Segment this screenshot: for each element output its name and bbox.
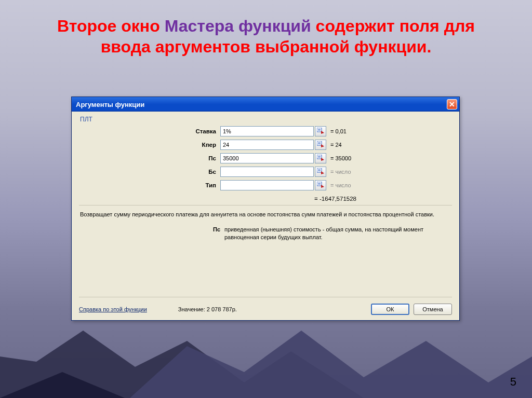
argument-row: Тип= число [79,180,452,190]
slide: Второе окно Мастера функций содержит пол… [0,0,532,398]
argument-label: Тип [79,182,220,188]
argument-row: Пс= 35000 [79,153,452,163]
dialog-body: ПЛТ Ставка= 0,01Кпер= 24Пс= 35000Бс= чис… [72,112,459,320]
argument-label: Бс [79,169,220,175]
value-text: Значение: 2 078 787р. [178,306,367,312]
svg-marker-19 [321,185,324,188]
help-link[interactable]: Справка по этой функции [79,306,147,312]
heading-pre: Второе окно [57,17,165,35]
svg-rect-16 [317,182,322,186]
svg-marker-20 [0,331,364,398]
overall-result: = -1647,571528 [79,194,452,205]
range-selector-icon [317,182,324,189]
svg-rect-8 [317,155,322,159]
ok-button[interactable]: ОК [371,304,409,315]
argument-input-тип[interactable] [220,180,314,190]
svg-marker-22 [0,372,125,398]
argument-evaluated: = 35000 [330,155,351,161]
range-selector-button[interactable] [315,180,326,190]
close-icon: ✕ [449,101,455,108]
dialog-titlebar[interactable]: Аргументы функции ✕ [72,97,459,112]
argument-evaluated: = число [330,182,351,188]
svg-marker-11 [321,158,324,161]
svg-marker-7 [321,144,324,147]
argument-evaluated: = 0,01 [330,128,347,134]
function-name: ПЛТ [79,115,452,126]
function-arguments-dialog: Аргументы функции ✕ ПЛТ Ставка= 0,01Кпер… [71,97,460,321]
value-amount: 2 078 787р. [207,306,237,312]
range-selector-button[interactable] [315,153,326,163]
range-selector-button[interactable] [315,126,326,136]
heading-emph: Мастера функций [165,17,311,35]
range-selector-icon [317,168,324,175]
argument-input-ставка[interactable] [220,126,314,136]
argument-evaluated: = число [330,169,351,175]
svg-marker-15 [321,171,324,174]
argument-input-бс[interactable] [220,167,314,177]
param-text: приведенная (нынешняя) стоимость - общая… [224,226,447,241]
value-label: Значение: [178,306,205,312]
svg-marker-21 [130,331,532,398]
param-label: Пс [79,226,224,241]
dialog-footer: Справка по этой функции Значение: 2 078 … [79,297,452,315]
range-selector-icon [317,128,324,135]
arguments-list: Ставка= 0,01Кпер= 24Пс= 35000Бс= числоТи… [79,126,452,190]
parameter-description: Пс приведенная (нынешняя) стоимость - об… [79,226,452,241]
cancel-button[interactable]: Отмена [414,304,452,315]
argument-input-пс[interactable] [220,153,314,163]
range-selector-icon [317,155,324,162]
argument-row: Бс= число [79,167,452,177]
argument-input-кпер[interactable] [220,140,314,150]
svg-rect-4 [317,141,322,145]
argument-label: Ставка [79,128,220,134]
svg-rect-12 [317,168,322,172]
description-block: Возвращает сумму периодического платежа … [79,205,452,241]
range-selector-icon [317,141,324,148]
argument-label: Пс [79,155,220,161]
mountain-decoration [0,310,532,398]
range-selector-button[interactable] [315,167,326,177]
svg-marker-3 [321,131,324,134]
close-button[interactable]: ✕ [447,99,457,109]
svg-rect-0 [317,128,322,132]
argument-row: Ставка= 0,01 [79,126,452,136]
argument-row: Кпер= 24 [79,140,452,150]
description-main: Возвращает сумму периодического платежа … [79,211,452,226]
slide-heading: Второе окно Мастера функций содержит пол… [0,0,532,57]
argument-evaluated: = 24 [330,142,342,148]
range-selector-button[interactable] [315,140,326,150]
page-number: 5 [510,375,516,389]
dialog-title: Аргументы функции [76,101,144,108]
argument-label: Кпер [79,142,220,148]
